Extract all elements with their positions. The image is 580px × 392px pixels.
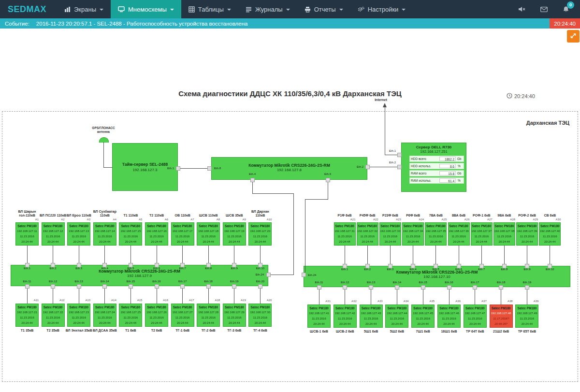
device-name: 5Ш2 6кВ — [383, 330, 411, 334]
device-box[interactable]: Satec PM180192.168.127.2711.23.201620:24… — [171, 304, 194, 327]
device-code: A9 — [223, 218, 246, 221]
ethernet-port — [232, 284, 236, 289]
internet-arrow-icon — [383, 103, 387, 107]
device-box[interactable]: Satec PM180192.168.127.1811.23.201620:24… — [197, 222, 220, 246]
device-box[interactable]: Satec PM180192.168.127.3411.23.201620:24… — [402, 222, 424, 246]
device-box[interactable]: Satec PM180192.168.127.2411.23.201620:24… — [93, 304, 116, 327]
chevron-down-icon — [227, 9, 231, 11]
device-box[interactable]: Satec PM180192.168.127.1211.23.201620:24… — [42, 222, 65, 246]
device-box[interactable]: Satec PM180192.168.127.3711.23.201620:24… — [471, 222, 493, 246]
wire-segment — [260, 289, 261, 304]
device-box[interactable]: Satec PM180192.168.127.2611.23.201620:24… — [145, 304, 168, 327]
internet-label: Internet — [366, 98, 395, 102]
device-box[interactable]: Satec PM180192.168.127.1411.23.201620:24… — [93, 222, 116, 246]
port-label: Eth.4 — [98, 267, 112, 270]
device-box[interactable]: Satec PM180192.168.127.4911.23.201620:24… — [515, 305, 538, 328]
port-label: Eth.1 — [337, 268, 352, 271]
device-box[interactable]: Satec PM180192.168.127.3211.23.201620:24… — [357, 222, 378, 246]
device-box[interactable]: Satec PM180192.168.127.4111.23.201620:24… — [307, 305, 331, 328]
device-box[interactable]: Satec PM180192.168.127.3011.23.201620:24… — [248, 304, 272, 327]
device-ip: 192.168.127.46 — [438, 311, 460, 316]
device-time: 20:24:44 — [94, 320, 116, 326]
device-name: ТР 64Т 6кВ — [461, 330, 489, 334]
chevron-down-icon — [402, 9, 406, 11]
device-date: 11.23.2016 — [68, 315, 90, 320]
device-box[interactable]: Satec PM180192.168.127.1711.23.201620:24… — [171, 222, 194, 246]
wire-segment — [182, 246, 183, 263]
device-box[interactable]: Satec PM180192.168.127.3911.23.201620:24… — [516, 222, 538, 246]
device-box[interactable]: Satec PM180192.168.127.3311.23.201620:24… — [379, 222, 401, 246]
device-box[interactable]: Satec PM180192.168.127.4711.23.201620:24… — [464, 305, 487, 328]
app-logo[interactable]: SEDMAX — [0, 0, 57, 18]
device-date: 11.23.2016 — [94, 234, 116, 239]
port-label: Eth.2 — [46, 267, 60, 270]
device-ip: 192.168.127.21 — [16, 310, 38, 315]
metric-value: 1862.2 — [439, 157, 456, 161]
ethernet-port — [326, 178, 330, 182]
left-switch-ip: 192.168.127.9 — [11, 274, 268, 278]
device-ip: 192.168.127.42 — [334, 311, 356, 316]
device-time: 20:24:44 — [145, 239, 168, 245]
device-time: 20:24:44 — [334, 321, 356, 327]
wire-segment — [208, 289, 209, 304]
device-box[interactable]: Satec PM180192.168.127.3611.23.201620:24… — [448, 222, 470, 246]
device-box[interactable]: Satec PM180192.168.127.1911.23.201620:24… — [223, 222, 246, 246]
menu-item-mnemoschemes[interactable]: Мнемосхемы — [111, 0, 181, 18]
device-box[interactable]: Satec PM180192.168.127.4811.17.2016?20:4… — [490, 305, 513, 328]
device-model: Satec PM180 — [172, 305, 194, 310]
menu-item-journals[interactable]: Журналы — [238, 0, 297, 18]
core-switch-box[interactable]: Коммутатор Mikrotik CRS226-24G-2S-RM 192… — [211, 157, 367, 180]
device-ip: 192.168.127.17 — [172, 229, 194, 234]
device-box[interactable]: Satec PM180192.168.127.3511.23.201620:24… — [425, 222, 447, 246]
menu-item-settings[interactable]: Настройки — [350, 0, 413, 18]
menu-item-screens[interactable]: Экраны — [57, 0, 111, 18]
menu-item-label: Таблицы — [198, 6, 224, 13]
port-label: Eth.15 — [416, 281, 430, 284]
device-box[interactable]: Satec PM180192.168.127.4611.23.201620:24… — [437, 305, 461, 328]
server-metric-row: HDD всего1862.2Gb — [409, 156, 464, 162]
device-box[interactable]: Satec PM180192.168.127.4211.23.201620:24… — [334, 305, 357, 328]
device-date: 11.23.2016 — [438, 316, 460, 321]
bell-button[interactable]: 0 — [555, 0, 577, 18]
port-label: Eth.8 — [201, 267, 216, 270]
wire-segment — [53, 289, 53, 304]
device-box[interactable]: Satec PM180192.168.127.4011.23.201620:24… — [539, 222, 561, 246]
ethernet-port — [155, 284, 159, 289]
device-box[interactable]: Satec PM180192.168.127.2811.23.201620:24… — [197, 304, 220, 327]
device-box[interactable]: Satec PM180192.168.127.2511.23.201620:24… — [119, 304, 142, 327]
mail-button[interactable] — [533, 0, 555, 18]
port-label: Eth.1 — [160, 167, 174, 170]
menu-item-tables[interactable]: Таблицы — [181, 0, 238, 18]
device-box[interactable]: Satec PM180192.168.127.1511.23.201620:24… — [119, 222, 142, 246]
device-box[interactable]: Satec PM180192.168.127.1311.23.201620:24… — [67, 222, 90, 246]
wire-segment — [345, 246, 345, 264]
device-ip: 192.168.127.43 — [360, 311, 382, 316]
device-box[interactable]: Satec PM180192.168.127.4311.23.201620:24… — [360, 305, 383, 328]
mute-button[interactable] — [510, 0, 533, 18]
device-box[interactable]: Satec PM180192.168.127.2211.23.201620:24… — [42, 304, 65, 327]
wire-segment — [423, 290, 423, 305]
device-time: 20:24:44 — [68, 320, 90, 326]
device-model: Satec PM180 — [197, 223, 219, 229]
server-box[interactable]: Сервер DELL R730 192.168.127.251 HDD все… — [401, 143, 466, 192]
device-box[interactable]: Satec PM180192.168.127.4411.23.201620:24… — [385, 305, 408, 328]
device-box[interactable]: Satec PM180192.168.127.2011.23.201620:24… — [248, 222, 272, 246]
device-box[interactable]: Satec PM180192.168.127.3111.23.201620:24… — [334, 222, 356, 246]
device-time: 20:24:44 — [172, 239, 194, 245]
device-code: A21 — [334, 218, 356, 221]
menu-item-reports[interactable]: Отчеты — [297, 0, 350, 18]
ethernet-port — [499, 285, 503, 290]
device-time: 20:24:44 — [386, 321, 408, 327]
device-box[interactable]: Satec PM180192.168.127.1111.23.201620:24… — [15, 222, 39, 246]
device-box[interactable]: Satec PM180192.168.127.2311.23.201620:24… — [67, 304, 90, 327]
device-box[interactable]: Satec PM180192.168.127.4511.23.201620:24… — [411, 305, 435, 328]
device-name: СВ 6кВ — [536, 205, 563, 218]
device-box[interactable]: Satec PM180192.168.127.1611.23.201620:24… — [145, 222, 168, 246]
ethernet-port — [365, 165, 370, 169]
port-label: Eth.14 — [98, 280, 112, 283]
device-box[interactable]: Satec PM180192.168.127.2111.23.201620:24… — [15, 304, 39, 327]
wire-segment — [27, 289, 28, 304]
device-box[interactable]: Satec PM180192.168.127.2911.23.201620:24… — [223, 304, 246, 327]
device-box[interactable]: Satec PM180192.168.127.3811.23.201620:24… — [493, 222, 515, 246]
fullscreen-button[interactable] — [567, 30, 580, 43]
